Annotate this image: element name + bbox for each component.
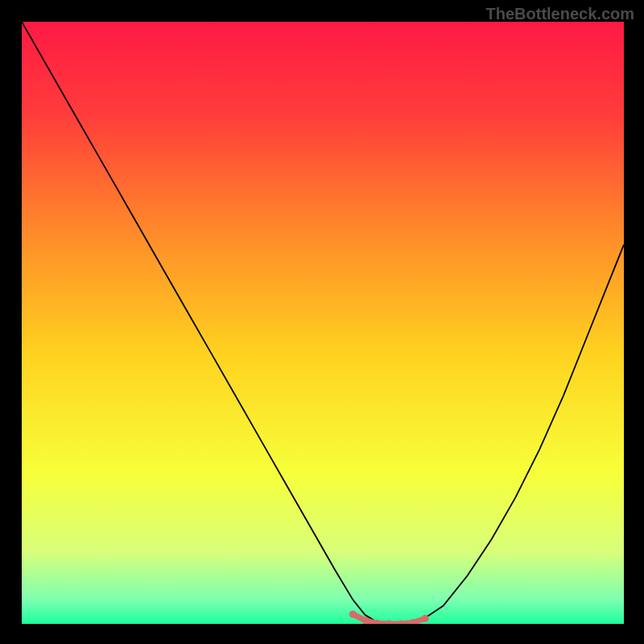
chart-container xyxy=(22,22,624,624)
highlight-dot xyxy=(422,615,429,622)
highlight-dot xyxy=(349,611,357,618)
highlight-dot xyxy=(361,617,369,624)
watermark-text: TheBottleneck.com xyxy=(486,5,634,23)
gradient-background xyxy=(22,22,624,624)
bottleneck-curve-chart xyxy=(22,22,624,624)
